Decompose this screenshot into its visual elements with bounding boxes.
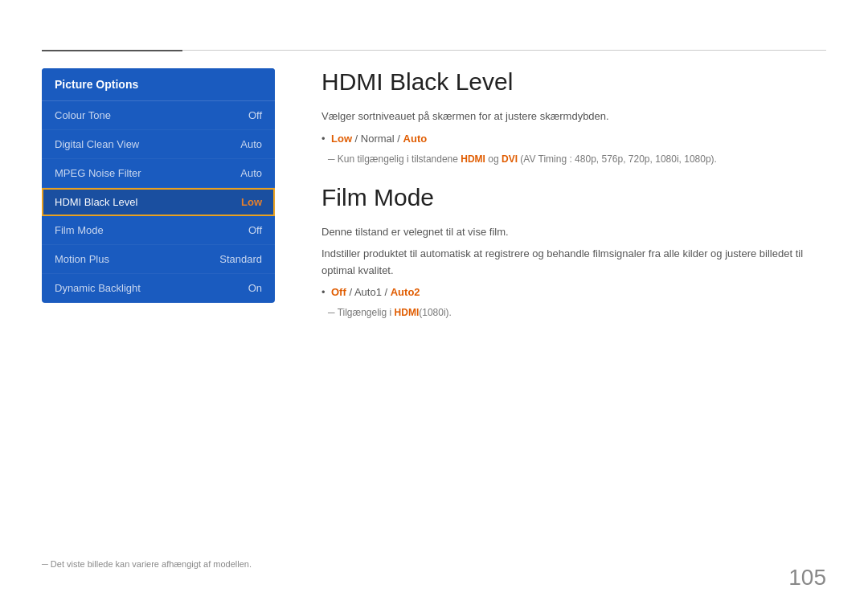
hdmi-slash1: / xyxy=(352,133,361,145)
menu-item-label: MPEG Noise Filter xyxy=(55,167,141,179)
hdmi-section: HDMI Black Level Vælger sortniveauet på … xyxy=(321,68,826,165)
menu-item-value: Off xyxy=(248,224,262,236)
menu-item-value: Auto xyxy=(240,138,262,150)
hdmi-note-dvi: DVI xyxy=(502,153,518,165)
film-note-suffix: (1080i). xyxy=(419,307,452,318)
hdmi-low: Low xyxy=(331,133,352,145)
hdmi-note: Kun tilgængelig i tilstandene HDMI og DV… xyxy=(321,153,826,165)
left-panel: Picture Options Colour Tone Off Digital … xyxy=(42,68,275,303)
hdmi-note-suffix: (AV Timing : 480p, 576p, 720p, 1080i, 10… xyxy=(518,153,717,165)
film-section: Film Mode Denne tilstand er velegnet til… xyxy=(321,184,826,318)
hdmi-auto: Auto xyxy=(403,133,428,145)
film-desc1: Denne tilstand er velegnet til at vise f… xyxy=(321,224,826,241)
footer-note: Det viste billede kan variere afhængigt … xyxy=(42,559,252,569)
hdmi-normal: Normal xyxy=(361,133,395,145)
menu-item-value: Off xyxy=(248,109,262,121)
menu-item-label: Film Mode xyxy=(55,224,104,236)
film-bullet-item: Off / Auto1 / Auto2 xyxy=(321,284,826,301)
hdmi-bullet-list: Low / Normal / Auto xyxy=(321,131,826,148)
hdmi-section-title: HDMI Black Level xyxy=(321,68,826,96)
menu-item-motion-plus[interactable]: Motion Plus Standard xyxy=(42,245,275,274)
hdmi-section-desc: Vælger sortniveauet på skærmen for at ju… xyxy=(321,108,826,125)
menu-item-label: Colour Tone xyxy=(55,109,111,121)
menu-item-label: Digital Clean View xyxy=(55,138,139,150)
menu-item-mpeg-noise-filter[interactable]: MPEG Noise Filter Auto xyxy=(42,159,275,188)
page-number: 105 xyxy=(788,565,826,591)
film-slash1: / xyxy=(346,286,354,298)
hdmi-bullet-item: Low / Normal / Auto xyxy=(321,131,826,148)
menu-item-value: Auto xyxy=(240,167,262,179)
film-section-title: Film Mode xyxy=(321,184,826,211)
right-content: HDMI Black Level Vælger sortniveauet på … xyxy=(321,68,826,331)
menu-title: Picture Options xyxy=(42,68,275,101)
film-note-hdmi: HDMI xyxy=(395,307,420,318)
menu-item-value: On xyxy=(248,282,262,294)
film-auto2: Auto2 xyxy=(391,286,420,298)
menu-item-label: Dynamic Backlight xyxy=(55,282,141,294)
film-auto1: Auto1 xyxy=(354,286,382,298)
divider-line xyxy=(297,50,826,51)
film-off: Off xyxy=(331,286,346,298)
hdmi-note-hdmi: HDMI xyxy=(461,153,485,165)
menu-item-colour-tone[interactable]: Colour Tone Off xyxy=(42,101,275,130)
hdmi-slash2: / xyxy=(395,133,403,145)
film-note-prefix: Tilgængelig i xyxy=(338,307,395,318)
menu-item-label: HDMI Black Level xyxy=(55,196,137,208)
menu-box: Picture Options Colour Tone Off Digital … xyxy=(42,68,275,303)
menu-item-label: Motion Plus xyxy=(55,253,109,265)
hdmi-note-prefix: Kun tilgængelig i tilstandene xyxy=(338,153,461,165)
hdmi-note-mid: og xyxy=(485,153,502,165)
top-line-accent xyxy=(42,50,182,51)
film-desc2: Indstiller produktet til automatisk at r… xyxy=(321,246,826,280)
film-note: Tilgængelig i HDMI(1080i). xyxy=(321,307,826,318)
menu-item-dynamic-backlight[interactable]: Dynamic Backlight On xyxy=(42,274,275,303)
menu-item-hdmi-black-level[interactable]: HDMI Black Level Low xyxy=(42,188,275,216)
film-slash2: / xyxy=(382,286,391,298)
film-bullet-list: Off / Auto1 / Auto2 xyxy=(321,284,826,301)
menu-item-digital-clean-view[interactable]: Digital Clean View Auto xyxy=(42,130,275,159)
menu-item-value: Low xyxy=(241,196,262,208)
menu-item-film-mode[interactable]: Film Mode Off xyxy=(42,216,275,245)
menu-item-value: Standard xyxy=(219,253,262,265)
